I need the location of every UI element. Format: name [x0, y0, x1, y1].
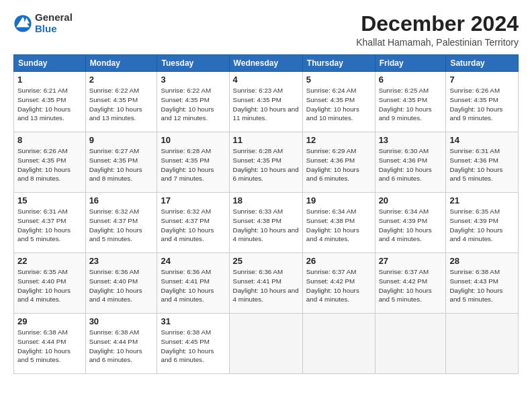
calendar-cell: 22 Sunrise: 6:35 AMSunset: 4:40 PMDaylig…: [14, 253, 86, 314]
calendar-cell: 14 Sunrise: 6:31 AMSunset: 4:36 PMDaylig…: [446, 132, 519, 193]
header-thursday: Thursday: [302, 55, 375, 72]
day-number: 12: [306, 135, 371, 145]
calendar-cell: 30 Sunrise: 6:38 AMSunset: 4:44 PMDaylig…: [85, 314, 157, 374]
day-number: 30: [89, 316, 154, 326]
day-number: 16: [89, 195, 154, 205]
day-info: Sunrise: 6:34 AMSunset: 4:39 PMDaylight:…: [379, 208, 432, 242]
day-number: 5: [306, 75, 371, 85]
day-number: 18: [233, 195, 299, 205]
day-number: 24: [161, 256, 225, 266]
day-number: 23: [89, 256, 154, 266]
subtitle: Khallat Hamamah, Palestinian Territory: [356, 37, 519, 48]
calendar-table: SundayMondayTuesdayWednesdayThursdayFrid…: [13, 54, 519, 374]
header-friday: Friday: [375, 55, 446, 72]
calendar-cell: [375, 314, 446, 374]
header-sunday: Sunday: [14, 55, 86, 72]
calendar-cell: [446, 314, 519, 374]
day-info: Sunrise: 6:33 AMSunset: 4:38 PMDaylight:…: [233, 208, 299, 242]
calendar-cell: 25 Sunrise: 6:36 AMSunset: 4:41 PMDaylig…: [229, 253, 302, 314]
week-row-3: 15 Sunrise: 6:31 AMSunset: 4:37 PMDaylig…: [14, 193, 519, 253]
header-monday: Monday: [85, 55, 157, 72]
day-number: 27: [379, 256, 443, 266]
week-row-4: 22 Sunrise: 6:35 AMSunset: 4:40 PMDaylig…: [14, 253, 519, 314]
day-info: Sunrise: 6:31 AMSunset: 4:36 PMDaylight:…: [449, 147, 502, 182]
calendar-cell: 11 Sunrise: 6:28 AMSunset: 4:35 PMDaylig…: [229, 132, 302, 193]
calendar-cell: 2 Sunrise: 6:22 AMSunset: 4:35 PMDayligh…: [85, 72, 157, 132]
calendar-cell: 7 Sunrise: 6:26 AMSunset: 4:35 PMDayligh…: [446, 72, 519, 132]
day-info: Sunrise: 6:21 AMSunset: 4:35 PMDaylight:…: [17, 87, 71, 122]
day-info: Sunrise: 6:37 AMSunset: 4:42 PMDaylight:…: [379, 268, 432, 303]
logo-general: General: [35, 12, 73, 24]
day-info: Sunrise: 6:22 AMSunset: 4:35 PMDaylight:…: [161, 87, 214, 122]
day-number: 19: [306, 195, 371, 205]
header-tuesday: Tuesday: [157, 55, 229, 72]
day-number: 20: [379, 195, 443, 205]
week-row-5: 29 Sunrise: 6:38 AMSunset: 4:44 PMDaylig…: [14, 314, 519, 374]
day-number: 29: [17, 316, 82, 326]
day-info: Sunrise: 6:37 AMSunset: 4:42 PMDaylight:…: [306, 268, 359, 303]
calendar-cell: 24 Sunrise: 6:36 AMSunset: 4:41 PMDaylig…: [157, 253, 229, 314]
calendar-cell: 3 Sunrise: 6:22 AMSunset: 4:35 PMDayligh…: [157, 72, 229, 132]
calendar-page: General Blue December 2024 Khallat Hamam…: [0, 0, 532, 381]
day-number: 10: [161, 135, 225, 145]
day-number: 8: [17, 135, 82, 145]
calendar-cell: 21 Sunrise: 6:35 AMSunset: 4:39 PMDaylig…: [446, 193, 519, 253]
week-row-2: 8 Sunrise: 6:26 AMSunset: 4:35 PMDayligh…: [14, 132, 519, 193]
calendar-cell: 16 Sunrise: 6:32 AMSunset: 4:37 PMDaylig…: [85, 193, 157, 253]
day-number: 7: [449, 75, 515, 85]
day-info: Sunrise: 6:22 AMSunset: 4:35 PMDaylight:…: [89, 87, 142, 122]
calendar-cell: 13 Sunrise: 6:30 AMSunset: 4:36 PMDaylig…: [375, 132, 446, 193]
day-number: 28: [449, 256, 515, 266]
logo-blue: Blue: [35, 24, 73, 35]
day-number: 1: [17, 75, 82, 85]
day-info: Sunrise: 6:32 AMSunset: 4:37 PMDaylight:…: [89, 208, 142, 242]
day-number: 4: [233, 75, 299, 85]
calendar-cell: 23 Sunrise: 6:36 AMSunset: 4:40 PMDaylig…: [85, 253, 157, 314]
calendar-cell: 20 Sunrise: 6:34 AMSunset: 4:39 PMDaylig…: [375, 193, 446, 253]
day-info: Sunrise: 6:26 AMSunset: 4:35 PMDaylight:…: [449, 87, 502, 122]
day-info: Sunrise: 6:36 AMSunset: 4:41 PMDaylight:…: [161, 268, 214, 303]
day-number: 6: [379, 75, 443, 85]
calendar-cell: 31 Sunrise: 6:38 AMSunset: 4:45 PMDaylig…: [157, 314, 229, 374]
day-info: Sunrise: 6:35 AMSunset: 4:40 PMDaylight:…: [17, 268, 71, 303]
calendar-header-row: SundayMondayTuesdayWednesdayThursdayFrid…: [14, 55, 519, 72]
day-number: 25: [233, 256, 299, 266]
day-number: 2: [89, 75, 154, 85]
header-wednesday: Wednesday: [229, 55, 302, 72]
day-number: 21: [449, 195, 515, 205]
calendar-cell: 9 Sunrise: 6:27 AMSunset: 4:35 PMDayligh…: [85, 132, 157, 193]
calendar-cell: 6 Sunrise: 6:25 AMSunset: 4:35 PMDayligh…: [375, 72, 446, 132]
calendar-cell: 12 Sunrise: 6:29 AMSunset: 4:36 PMDaylig…: [302, 132, 375, 193]
day-info: Sunrise: 6:36 AMSunset: 4:41 PMDaylight:…: [233, 268, 299, 303]
day-info: Sunrise: 6:29 AMSunset: 4:36 PMDaylight:…: [306, 147, 359, 182]
calendar-cell: 27 Sunrise: 6:37 AMSunset: 4:42 PMDaylig…: [375, 253, 446, 314]
calendar-cell: 10 Sunrise: 6:28 AMSunset: 4:35 PMDaylig…: [157, 132, 229, 193]
day-number: 9: [89, 135, 154, 145]
calendar-cell: [229, 314, 302, 374]
day-number: 31: [161, 316, 225, 326]
logo: General Blue: [13, 12, 73, 34]
header: General Blue December 2024 Khallat Hamam…: [13, 12, 519, 48]
calendar-cell: 26 Sunrise: 6:37 AMSunset: 4:42 PMDaylig…: [302, 253, 375, 314]
header-saturday: Saturday: [446, 55, 519, 72]
day-info: Sunrise: 6:38 AMSunset: 4:45 PMDaylight:…: [161, 328, 214, 363]
day-number: 22: [17, 256, 82, 266]
calendar-cell: 8 Sunrise: 6:26 AMSunset: 4:35 PMDayligh…: [14, 132, 86, 193]
day-info: Sunrise: 6:38 AMSunset: 4:43 PMDaylight:…: [449, 268, 502, 303]
day-info: Sunrise: 6:38 AMSunset: 4:44 PMDaylight:…: [17, 328, 71, 363]
calendar-cell: 15 Sunrise: 6:31 AMSunset: 4:37 PMDaylig…: [14, 193, 86, 253]
day-info: Sunrise: 6:31 AMSunset: 4:37 PMDaylight:…: [17, 208, 71, 242]
day-info: Sunrise: 6:28 AMSunset: 4:35 PMDaylight:…: [233, 147, 299, 182]
day-info: Sunrise: 6:30 AMSunset: 4:36 PMDaylight:…: [379, 147, 432, 182]
day-info: Sunrise: 6:32 AMSunset: 4:37 PMDaylight:…: [161, 208, 214, 242]
calendar-cell: 29 Sunrise: 6:38 AMSunset: 4:44 PMDaylig…: [14, 314, 86, 374]
day-number: 26: [306, 256, 371, 266]
day-number: 14: [449, 135, 515, 145]
calendar-cell: 5 Sunrise: 6:24 AMSunset: 4:35 PMDayligh…: [302, 72, 375, 132]
week-row-1: 1 Sunrise: 6:21 AMSunset: 4:35 PMDayligh…: [14, 72, 519, 132]
day-info: Sunrise: 6:34 AMSunset: 4:38 PMDaylight:…: [306, 208, 359, 242]
calendar-cell: 4 Sunrise: 6:23 AMSunset: 4:35 PMDayligh…: [229, 72, 302, 132]
day-info: Sunrise: 6:23 AMSunset: 4:35 PMDaylight:…: [233, 87, 299, 122]
day-info: Sunrise: 6:26 AMSunset: 4:35 PMDaylight:…: [17, 147, 71, 182]
calendar-cell: 19 Sunrise: 6:34 AMSunset: 4:38 PMDaylig…: [302, 193, 375, 253]
